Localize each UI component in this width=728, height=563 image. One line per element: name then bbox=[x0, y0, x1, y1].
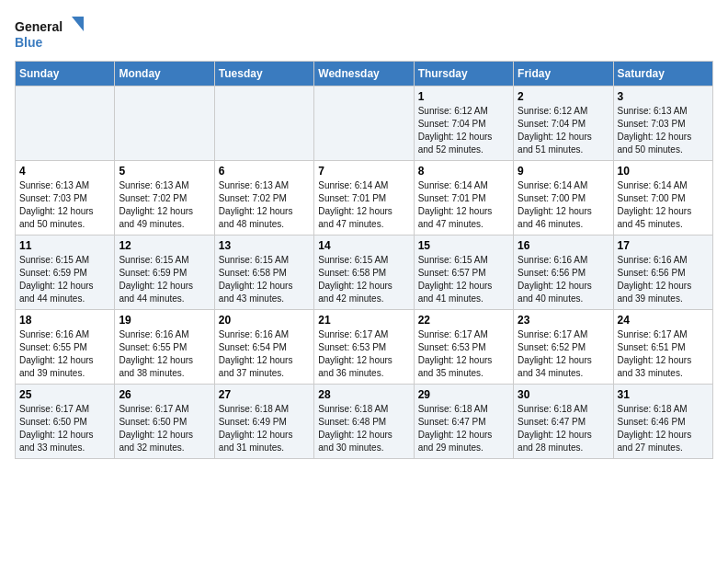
day-cell: 6Sunrise: 6:13 AM Sunset: 7:02 PM Daylig… bbox=[214, 161, 313, 236]
day-number: 30 bbox=[518, 388, 609, 401]
day-cell bbox=[214, 86, 313, 161]
day-cell: 26Sunrise: 6:17 AM Sunset: 6:50 PM Dayli… bbox=[115, 385, 214, 459]
day-number: 8 bbox=[418, 165, 509, 178]
day-number: 23 bbox=[518, 314, 609, 327]
day-number: 13 bbox=[219, 239, 310, 252]
day-header-sunday: Sunday bbox=[16, 62, 115, 86]
day-info: Sunrise: 6:17 AM Sunset: 6:50 PM Dayligh… bbox=[19, 403, 110, 454]
day-info: Sunrise: 6:18 AM Sunset: 6:47 PM Dayligh… bbox=[418, 403, 509, 454]
day-info: Sunrise: 6:16 AM Sunset: 6:54 PM Dayligh… bbox=[219, 328, 310, 380]
day-number: 2 bbox=[518, 90, 609, 103]
svg-marker-2 bbox=[72, 17, 84, 31]
day-cell: 5Sunrise: 6:13 AM Sunset: 7:02 PM Daylig… bbox=[115, 161, 214, 236]
day-number: 28 bbox=[318, 388, 409, 401]
day-number: 22 bbox=[418, 314, 509, 327]
day-info: Sunrise: 6:15 AM Sunset: 6:58 PM Dayligh… bbox=[219, 254, 310, 305]
day-number: 26 bbox=[119, 388, 210, 401]
day-info: Sunrise: 6:18 AM Sunset: 6:48 PM Dayligh… bbox=[318, 403, 409, 454]
day-header-monday: Monday bbox=[115, 62, 214, 86]
calendar-body: 1Sunrise: 6:12 AM Sunset: 7:04 PM Daylig… bbox=[16, 86, 713, 459]
week-row-4: 18Sunrise: 6:16 AM Sunset: 6:55 PM Dayli… bbox=[16, 310, 713, 385]
day-number: 5 bbox=[119, 165, 210, 178]
day-cell: 25Sunrise: 6:17 AM Sunset: 6:50 PM Dayli… bbox=[16, 385, 115, 459]
day-cell: 7Sunrise: 6:14 AM Sunset: 7:01 PM Daylig… bbox=[314, 161, 414, 236]
logo: GeneralBlue bbox=[15, 15, 88, 52]
week-row-3: 11Sunrise: 6:15 AM Sunset: 6:59 PM Dayli… bbox=[16, 236, 713, 310]
day-cell: 19Sunrise: 6:16 AM Sunset: 6:55 PM Dayli… bbox=[115, 310, 214, 385]
day-number: 12 bbox=[119, 239, 210, 252]
day-cell: 10Sunrise: 6:14 AM Sunset: 7:00 PM Dayli… bbox=[613, 161, 712, 236]
day-info: Sunrise: 6:13 AM Sunset: 7:03 PM Dayligh… bbox=[19, 179, 110, 231]
day-number: 20 bbox=[219, 314, 310, 327]
day-cell: 16Sunrise: 6:16 AM Sunset: 6:56 PM Dayli… bbox=[514, 236, 613, 310]
day-number: 3 bbox=[618, 90, 709, 103]
day-info: Sunrise: 6:16 AM Sunset: 6:55 PM Dayligh… bbox=[119, 328, 210, 380]
page-header: GeneralBlue bbox=[15, 15, 713, 52]
day-info: Sunrise: 6:13 AM Sunset: 7:03 PM Dayligh… bbox=[618, 105, 709, 156]
day-info: Sunrise: 6:18 AM Sunset: 6:46 PM Dayligh… bbox=[618, 403, 709, 454]
day-cell: 20Sunrise: 6:16 AM Sunset: 6:54 PM Dayli… bbox=[214, 310, 313, 385]
day-number: 27 bbox=[219, 388, 310, 401]
day-number: 31 bbox=[618, 388, 709, 401]
day-cell: 9Sunrise: 6:14 AM Sunset: 7:00 PM Daylig… bbox=[514, 161, 613, 236]
day-cell: 15Sunrise: 6:15 AM Sunset: 6:57 PM Dayli… bbox=[414, 236, 513, 310]
day-cell: 14Sunrise: 6:15 AM Sunset: 6:58 PM Dayli… bbox=[314, 236, 414, 310]
day-number: 9 bbox=[518, 165, 609, 178]
day-cell: 23Sunrise: 6:17 AM Sunset: 6:52 PM Dayli… bbox=[514, 310, 613, 385]
day-info: Sunrise: 6:13 AM Sunset: 7:02 PM Dayligh… bbox=[119, 179, 210, 231]
day-number: 1 bbox=[418, 90, 509, 103]
day-number: 16 bbox=[518, 239, 609, 252]
day-header-tuesday: Tuesday bbox=[214, 62, 313, 86]
day-cell: 17Sunrise: 6:16 AM Sunset: 6:56 PM Dayli… bbox=[613, 236, 712, 310]
day-info: Sunrise: 6:16 AM Sunset: 6:56 PM Dayligh… bbox=[618, 254, 709, 305]
day-cell: 13Sunrise: 6:15 AM Sunset: 6:58 PM Dayli… bbox=[214, 236, 313, 310]
day-info: Sunrise: 6:15 AM Sunset: 6:58 PM Dayligh… bbox=[318, 254, 409, 305]
day-cell: 31Sunrise: 6:18 AM Sunset: 6:46 PM Dayli… bbox=[613, 385, 712, 459]
day-header-saturday: Saturday bbox=[613, 62, 712, 86]
svg-text:General: General bbox=[15, 19, 63, 34]
day-cell: 24Sunrise: 6:17 AM Sunset: 6:51 PM Dayli… bbox=[613, 310, 712, 385]
day-cell: 11Sunrise: 6:15 AM Sunset: 6:59 PM Dayli… bbox=[16, 236, 115, 310]
day-info: Sunrise: 6:16 AM Sunset: 6:56 PM Dayligh… bbox=[518, 254, 609, 305]
days-header-row: SundayMondayTuesdayWednesdayThursdayFrid… bbox=[16, 62, 713, 86]
day-info: Sunrise: 6:14 AM Sunset: 7:01 PM Dayligh… bbox=[418, 179, 509, 231]
week-row-5: 25Sunrise: 6:17 AM Sunset: 6:50 PM Dayli… bbox=[16, 385, 713, 459]
day-cell bbox=[314, 86, 414, 161]
week-row-1: 1Sunrise: 6:12 AM Sunset: 7:04 PM Daylig… bbox=[16, 86, 713, 161]
day-cell: 22Sunrise: 6:17 AM Sunset: 6:53 PM Dayli… bbox=[414, 310, 513, 385]
day-info: Sunrise: 6:15 AM Sunset: 6:59 PM Dayligh… bbox=[119, 254, 210, 305]
day-header-wednesday: Wednesday bbox=[314, 62, 414, 86]
day-number: 10 bbox=[618, 165, 709, 178]
day-info: Sunrise: 6:14 AM Sunset: 7:00 PM Dayligh… bbox=[618, 179, 709, 231]
day-number: 29 bbox=[418, 388, 509, 401]
day-number: 19 bbox=[119, 314, 210, 327]
day-number: 14 bbox=[318, 239, 409, 252]
day-number: 7 bbox=[318, 165, 409, 178]
day-info: Sunrise: 6:18 AM Sunset: 6:47 PM Dayligh… bbox=[518, 403, 609, 454]
day-cell: 28Sunrise: 6:18 AM Sunset: 6:48 PM Dayli… bbox=[314, 385, 414, 459]
day-number: 21 bbox=[318, 314, 409, 327]
day-cell: 3Sunrise: 6:13 AM Sunset: 7:03 PM Daylig… bbox=[613, 86, 712, 161]
svg-text:Blue: Blue bbox=[15, 35, 43, 50]
day-cell: 29Sunrise: 6:18 AM Sunset: 6:47 PM Dayli… bbox=[414, 385, 513, 459]
day-info: Sunrise: 6:17 AM Sunset: 6:51 PM Dayligh… bbox=[618, 328, 709, 380]
day-info: Sunrise: 6:17 AM Sunset: 6:53 PM Dayligh… bbox=[318, 328, 409, 380]
day-number: 4 bbox=[19, 165, 110, 178]
day-number: 24 bbox=[618, 314, 709, 327]
day-info: Sunrise: 6:13 AM Sunset: 7:02 PM Dayligh… bbox=[219, 179, 310, 231]
day-cell: 30Sunrise: 6:18 AM Sunset: 6:47 PM Dayli… bbox=[514, 385, 613, 459]
day-info: Sunrise: 6:15 AM Sunset: 6:59 PM Dayligh… bbox=[19, 254, 110, 305]
day-info: Sunrise: 6:15 AM Sunset: 6:57 PM Dayligh… bbox=[418, 254, 509, 305]
day-cell: 27Sunrise: 6:18 AM Sunset: 6:49 PM Dayli… bbox=[214, 385, 313, 459]
day-info: Sunrise: 6:17 AM Sunset: 6:53 PM Dayligh… bbox=[418, 328, 509, 380]
day-header-friday: Friday bbox=[514, 62, 613, 86]
week-row-2: 4Sunrise: 6:13 AM Sunset: 7:03 PM Daylig… bbox=[16, 161, 713, 236]
day-cell: 21Sunrise: 6:17 AM Sunset: 6:53 PM Dayli… bbox=[314, 310, 414, 385]
day-cell: 8Sunrise: 6:14 AM Sunset: 7:01 PM Daylig… bbox=[414, 161, 513, 236]
day-cell bbox=[16, 86, 115, 161]
day-number: 18 bbox=[19, 314, 110, 327]
day-number: 15 bbox=[418, 239, 509, 252]
day-info: Sunrise: 6:12 AM Sunset: 7:04 PM Dayligh… bbox=[418, 105, 509, 156]
logo-svg: GeneralBlue bbox=[15, 15, 88, 52]
day-cell: 12Sunrise: 6:15 AM Sunset: 6:59 PM Dayli… bbox=[115, 236, 214, 310]
